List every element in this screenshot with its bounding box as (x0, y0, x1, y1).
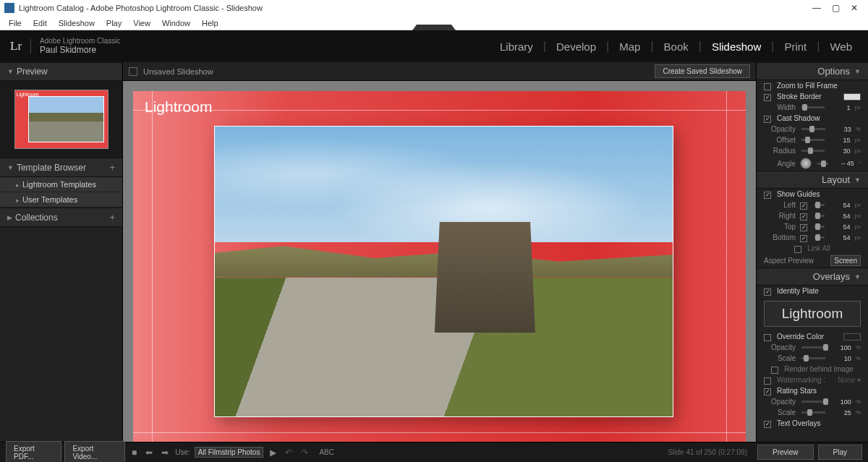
margin-bottom-slider[interactable] (814, 236, 825, 239)
panel-options-header[interactable]: Options▼ (757, 62, 868, 80)
preview-thumbnail[interactable]: Lightroom (14, 90, 109, 149)
top-panel-toggle[interactable] (412, 25, 456, 30)
prev-icon[interactable]: ⬅ (143, 448, 155, 458)
guide-bottom[interactable] (133, 432, 746, 433)
app-icon (4, 3, 14, 13)
module-web[interactable]: Web (824, 40, 858, 53)
abc-button[interactable]: ABC (315, 448, 339, 456)
shadow-offset-slider[interactable] (801, 139, 825, 141)
guide-right[interactable] (726, 91, 727, 452)
module-slideshow[interactable]: Slideshow (706, 40, 767, 53)
opt-stroke-border[interactable]: Stroke Border (757, 91, 868, 102)
opt-render-behind[interactable]: Render behind image (757, 364, 868, 375)
photo-ground (215, 278, 673, 416)
play-icon[interactable]: ▶ (268, 448, 278, 458)
window-close[interactable]: ✕ (845, 3, 864, 13)
os-titlebar: Lightroom Catalog - Adobe Photoshop Ligh… (0, 0, 868, 16)
play-button[interactable]: Play (818, 445, 862, 460)
panel-collections-label: Collections (15, 213, 58, 223)
panel-template-header[interactable]: ▼ Template Browser + (0, 158, 122, 177)
window-title: Lightroom Catalog - Adobe Photoshop Ligh… (19, 4, 263, 12)
shadow-angle-slider[interactable] (817, 163, 828, 165)
rotate-cw-icon[interactable]: ↷ (299, 448, 310, 458)
opt-rating-stars[interactable]: Rating Stars (757, 385, 868, 396)
identity-plate-preview[interactable]: Lightroom (764, 301, 861, 327)
margin-left-slider[interactable] (814, 204, 825, 206)
create-saved-button[interactable]: Create Saved Slideshow (655, 64, 750, 78)
shadow-radius-slider[interactable] (801, 150, 825, 152)
angle-wheel[interactable] (800, 158, 812, 169)
margin-top-slider[interactable] (814, 226, 825, 228)
tree-user-templates[interactable]: User Templates (0, 192, 122, 208)
slideshow-checkbox[interactable] (129, 67, 137, 76)
add-template-icon[interactable]: + (109, 162, 115, 173)
panel-preview-header[interactable]: ▼ Preview (0, 62, 122, 81)
menu-file[interactable]: File (3, 17, 27, 29)
opt-show-guides[interactable]: Show Guides (757, 189, 868, 200)
module-develop[interactable]: Develop (550, 40, 602, 53)
menu-edit[interactable]: Edit (27, 17, 53, 29)
opt-text-overlays[interactable]: Text Overlays (757, 418, 868, 429)
opt-identity-plate[interactable]: Identity Plate (757, 286, 868, 296)
link-all-checkbox[interactable] (794, 246, 801, 253)
next-icon[interactable]: ➡ (159, 448, 171, 458)
panel-layout-header[interactable]: Layout▼ (757, 171, 868, 189)
stroke-color-swatch[interactable] (843, 93, 861, 100)
disclosure-icon: ▼ (7, 68, 14, 75)
identity-plate[interactable]: Adobe Lightroom Classic Paul Skidmore (40, 37, 120, 55)
shadow-opacity-slider[interactable] (801, 128, 825, 130)
opt-override-color[interactable]: Override Color (757, 331, 868, 342)
rs-opacity-slider[interactable] (801, 401, 825, 403)
panel-collections-header[interactable]: ▶ Collections + (0, 208, 122, 227)
menu-play[interactable]: Play (101, 17, 127, 29)
use-label: Use: (175, 448, 190, 456)
menu-view[interactable]: View (127, 17, 156, 29)
window-minimize[interactable]: — (807, 3, 826, 13)
window-maximize[interactable]: ▢ (826, 3, 845, 13)
id-opacity-slider[interactable] (801, 346, 825, 348)
export-pdf-button[interactable]: Export PDF... (6, 441, 61, 463)
slide-photo[interactable] (214, 126, 673, 417)
add-collection-icon[interactable]: + (109, 212, 115, 223)
aspect-preview-select[interactable]: Screen (830, 255, 861, 266)
right-panel: Options▼ Zoom to Fill Frame Stroke Borde… (756, 30, 868, 462)
opt-watermarking[interactable]: Watermarking :None ▾ (757, 375, 868, 385)
guide-left-link[interactable] (800, 202, 807, 210)
guide-left[interactable] (152, 91, 153, 452)
slide-canvas[interactable]: Lightroom (123, 81, 756, 462)
stop-icon[interactable]: ■ (129, 448, 139, 458)
module-book[interactable]: Book (658, 40, 694, 53)
module-library[interactable]: Library (494, 40, 539, 53)
slide-identity-text[interactable]: Lightroom (145, 98, 212, 116)
guide-top-link[interactable] (800, 224, 807, 231)
rs-scale-slider[interactable] (801, 411, 825, 414)
disclosure-icon: ▶ (7, 214, 12, 221)
stroke-width-slider[interactable] (801, 106, 825, 108)
id-scale-slider[interactable] (801, 357, 825, 359)
module-map[interactable]: Map (613, 40, 646, 53)
export-video-button[interactable]: Export Video... (64, 441, 125, 463)
panel-overlays-header[interactable]: Overlays▼ (757, 268, 868, 286)
opt-cast-shadow[interactable]: Cast Shadow (757, 113, 868, 124)
guide-right-link[interactable] (800, 213, 807, 221)
margin-right-slider[interactable] (814, 215, 825, 217)
override-color-swatch[interactable] (843, 333, 861, 341)
app-topbar: Lr Adobe Lightroom Classic Paul Skidmore… (0, 30, 868, 62)
guide-bottom-link[interactable] (800, 235, 807, 242)
module-print[interactable]: Print (778, 40, 812, 53)
menu-window[interactable]: Window (156, 17, 196, 29)
tree-lightroom-templates[interactable]: Lightroom Templates (0, 177, 122, 192)
rotate-ccw-icon[interactable]: ↶ (283, 448, 294, 458)
menu-slideshow[interactable]: Slideshow (53, 17, 101, 29)
menu-help[interactable]: Help (196, 17, 224, 29)
app-body: ▼ Preview Lightroom ▼ Template Browser +… (0, 30, 868, 462)
stroke-width-row: Width1px (757, 102, 868, 113)
panel-preview-label: Preview (17, 67, 48, 77)
left-panel: ▼ Preview Lightroom ▼ Template Browser +… (0, 30, 123, 462)
preview-button[interactable]: Preview (757, 445, 814, 460)
guide-top[interactable] (133, 110, 746, 111)
use-select[interactable]: All Filmstrip Photos (195, 447, 264, 458)
opt-zoom-to-fill[interactable]: Zoom to Fill Frame (757, 80, 868, 91)
slide-frame: Lightroom (133, 91, 746, 452)
center-panel: Unsaved Slideshow Create Saved Slideshow… (123, 30, 756, 462)
